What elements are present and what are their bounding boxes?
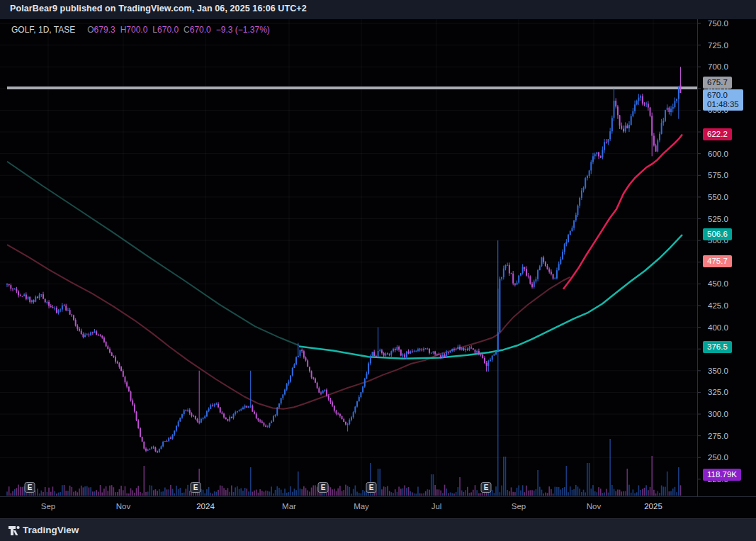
price-tick-label[interactable]: 400.0: [708, 323, 750, 333]
price-tick-label[interactable]: 450.0: [708, 279, 750, 289]
price-tick-label[interactable]: 425.0: [708, 301, 750, 311]
earnings-marker[interactable]: E: [481, 482, 492, 493]
price-axis-separator: [697, 19, 698, 518]
time-tick-label[interactable]: Nov: [116, 502, 130, 511]
tradingview-brand-text[interactable]: TradingView: [23, 525, 79, 535]
price-tick-label[interactable]: 600.0: [708, 149, 750, 159]
ma-long-dark-teal[interactable]: [7, 162, 299, 346]
earnings-marker[interactable]: E: [25, 482, 35, 493]
price-tick-label[interactable]: 300.0: [708, 409, 750, 419]
chart-canvas[interactable]: [0, 0, 756, 541]
tradingview-logo-icon[interactable]: [8, 524, 21, 537]
grid-lines: [0, 19, 697, 496]
price-tick-label[interactable]: 750.0: [708, 18, 750, 28]
ohlc-open-value: 679.3: [94, 25, 115, 35]
time-tick-label[interactable]: Sep: [512, 502, 526, 511]
time-axis[interactable]: SepNov2024MarMayJulSepNov2025: [0, 496, 756, 519]
earnings-marker[interactable]: E: [318, 482, 329, 493]
ohlc-open-key: O: [87, 25, 94, 35]
volume-value-label: 118.79K: [703, 469, 741, 481]
price-tick-label[interactable]: 725.0: [708, 40, 750, 50]
time-tick-label[interactable]: May: [354, 502, 369, 511]
ohlc-close-key: C: [184, 25, 190, 35]
symbol-description[interactable]: GOLF, 1D, TASE: [11, 25, 75, 35]
footer-bar: TradingView: [0, 518, 756, 541]
price-tick-label[interactable]: 525.0: [708, 214, 750, 224]
tradingview-published-chart: PolarBear9 published on TradingView.com,…: [0, 0, 756, 541]
ma-teal-price-label: 506.6: [703, 228, 732, 240]
price-tick-label[interactable]: 250.0: [708, 452, 750, 462]
time-tick-label[interactable]: Nov: [587, 502, 601, 511]
change-value: −9.3 (−1.37%): [216, 25, 270, 35]
ma-mid-teal[interactable]: [299, 235, 682, 359]
ma-maroon-price-label: 475.7: [703, 255, 732, 267]
ohlc-high-value: 700.0: [126, 25, 147, 35]
time-tick-label[interactable]: 2025: [644, 502, 662, 511]
price-tick-label[interactable]: 575.0: [708, 170, 750, 180]
price-tick-label[interactable]: 275.0: [708, 431, 750, 441]
ma-crimson-price-label: 622.2: [703, 128, 732, 140]
symbol-legend[interactable]: GOLF, 1D, TASEO679.3H700.0L670.0C670.0−9…: [11, 25, 270, 35]
price-tick-label[interactable]: 350.0: [708, 366, 750, 376]
time-tick-label[interactable]: Sep: [41, 502, 55, 511]
last-price-countdown-label: 670.001:48:35: [703, 89, 743, 111]
price-tick-label[interactable]: 325.0: [708, 387, 750, 397]
ma-fast-crimson[interactable]: [563, 135, 682, 289]
ohlc-high-key: H: [120, 25, 127, 35]
candles-layer: [6, 67, 681, 453]
earnings-marker[interactable]: E: [366, 482, 377, 493]
ohlc-low-value: 670.0: [157, 25, 179, 35]
price-tick-label[interactable]: 700.0: [708, 62, 750, 72]
ma-darkteal-price-label: 376.5: [703, 341, 732, 353]
level-price-label: 675.7: [703, 77, 732, 89]
time-tick-label[interactable]: Mar: [282, 502, 296, 511]
time-tick-label[interactable]: 2024: [196, 502, 215, 511]
ohlc-close-value: 670.0: [190, 25, 211, 35]
price-tick-label[interactable]: 550.0: [708, 192, 750, 202]
time-tick-label[interactable]: Jul: [431, 502, 442, 511]
earnings-marker[interactable]: E: [191, 482, 201, 493]
